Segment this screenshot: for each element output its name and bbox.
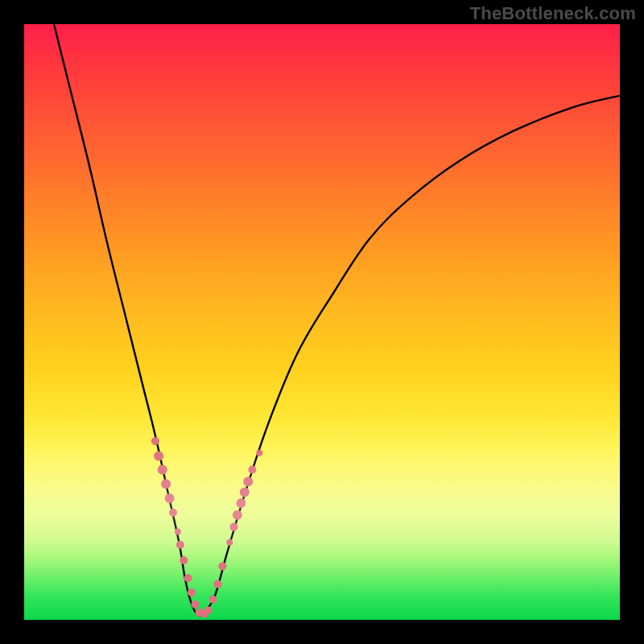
dots-group bbox=[151, 437, 262, 618]
sample-dot bbox=[176, 541, 184, 549]
plot-area bbox=[24, 24, 620, 620]
sample-dot bbox=[169, 509, 177, 517]
sample-dot bbox=[161, 479, 171, 489]
sample-dot bbox=[240, 488, 250, 497]
sample-dot bbox=[154, 452, 163, 461]
sample-dot bbox=[226, 539, 233, 546]
watermark-text: TheBottleneck.com bbox=[470, 3, 636, 24]
chart-stage: TheBottleneck.com bbox=[0, 0, 644, 644]
sample-dot bbox=[209, 596, 217, 604]
sample-dot bbox=[180, 556, 188, 564]
sample-dot bbox=[236, 498, 246, 508]
sample-dot bbox=[175, 529, 181, 535]
sample-dot bbox=[243, 477, 253, 486]
bottleneck-curve-path bbox=[54, 24, 620, 616]
curve-layer bbox=[24, 24, 620, 620]
sample-dot bbox=[204, 606, 213, 614]
sample-dot bbox=[158, 465, 167, 475]
sample-dot bbox=[191, 601, 199, 609]
sample-dot bbox=[184, 574, 192, 582]
sample-dot bbox=[218, 562, 226, 570]
sample-dot bbox=[165, 493, 175, 503]
sample-dot bbox=[230, 523, 238, 531]
sample-dot bbox=[233, 510, 242, 520]
sample-dot bbox=[188, 588, 196, 597]
sample-dot bbox=[256, 450, 262, 456]
sample-dot bbox=[151, 437, 159, 445]
sample-dot bbox=[248, 466, 256, 474]
sample-dot bbox=[214, 580, 222, 588]
